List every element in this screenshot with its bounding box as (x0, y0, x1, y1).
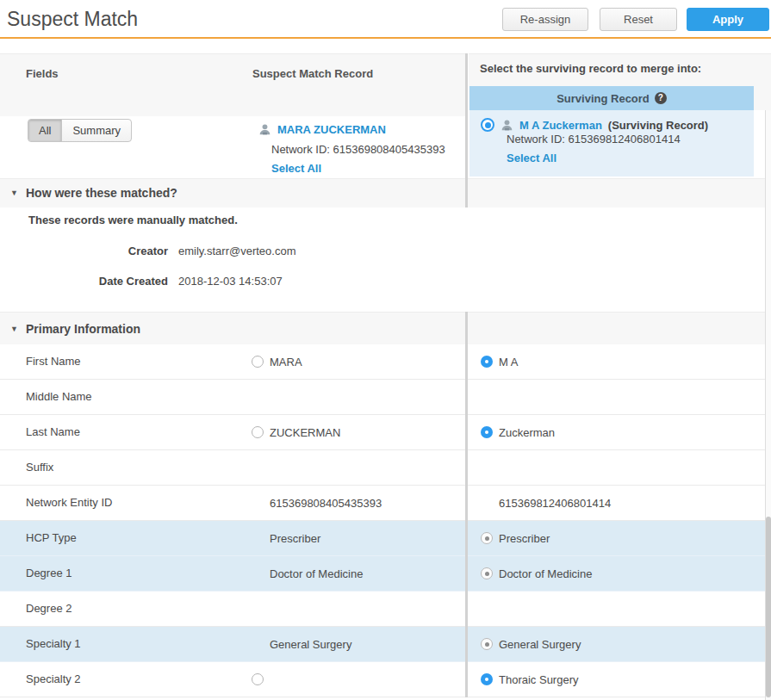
date-created-value: 2018-12-03 14:53:07 (178, 275, 283, 288)
column-divider (465, 53, 468, 208)
row-suspect-value: MARA (270, 356, 302, 369)
person-icon (501, 119, 513, 132)
table-row: Suffix (0, 450, 766, 486)
select-instruction: Select the surviving record to merge int… (480, 62, 701, 75)
table-row: Degree 2 (0, 592, 766, 627)
creator-value: emily.starr@verteo.com (178, 245, 295, 257)
row-surviving-radio[interactable] (481, 426, 493, 438)
row-surviving-cell: Zuckerman (481, 415, 555, 449)
row-suspect-value: Prescriber (270, 532, 320, 545)
row-surviving-radio[interactable] (481, 673, 493, 685)
table-row: First Name MARA M A (0, 344, 766, 380)
table-row: Degree 1 Doctor of Medicine Doctor of Me… (0, 556, 766, 592)
toggle-all[interactable]: All (28, 120, 62, 141)
suspect-column-header: Suspect Match Record (252, 67, 373, 80)
page-title: Suspect Match (7, 8, 138, 31)
row-suspect-cell (252, 380, 270, 414)
row-suspect-cell (252, 592, 270, 626)
table-row: Specialty 2 Thoraic Surgery (0, 662, 766, 697)
row-suspect-radio[interactable] (252, 673, 264, 685)
row-label: Specialty 2 (26, 662, 81, 697)
row-label: Degree 2 (26, 592, 72, 626)
row-suspect-cell (252, 450, 270, 485)
row-suspect-value: 615369808405435393 (270, 497, 382, 510)
match-message: These records were manually matched. (28, 214, 238, 226)
row-surviving-radio[interactable] (481, 567, 493, 579)
suspect-record-name[interactable]: MARA ZUCKERMAN (277, 123, 386, 136)
row-label: First Name (26, 344, 81, 379)
row-suspect-radio[interactable] (252, 426, 264, 438)
suspect-record-summary: MARA ZUCKERMAN Network ID: 6153698084054… (258, 121, 445, 175)
row-surviving-radio[interactable] (481, 532, 493, 544)
row-suspect-value: Doctor of Medicine (270, 567, 363, 580)
surviving-record-radio[interactable] (481, 118, 494, 132)
section-how-matched[interactable]: ▼ How were these matched? (0, 178, 771, 208)
row-suspect-cell: ZUCKERMAN (252, 415, 340, 449)
fields-header-band (0, 53, 466, 116)
table-row: Specialty 1 General Surgery General Surg… (0, 627, 766, 662)
creator-label: Creator (26, 245, 168, 257)
section-primary-information[interactable]: ▼ Primary Information (0, 312, 771, 344)
row-surviving-cell: 615369812406801414 (481, 486, 611, 520)
surviving-record-panel: M A Zuckerman (Surviving Record) Network… (469, 110, 754, 177)
surviving-record-band: Surviving Record ? (469, 86, 754, 110)
row-label: Last Name (26, 415, 80, 449)
toggle-summary[interactable]: Summary (62, 120, 131, 141)
triangle-down-icon: ▼ (10, 179, 18, 208)
surviving-record-tag: (Surviving Record) (608, 119, 708, 132)
suspect-select-all-link[interactable]: Select All (258, 162, 445, 175)
row-surviving-cell: Doctor of Medicine (481, 556, 592, 591)
row-label: Specialty 1 (26, 627, 81, 661)
row-surviving-value: Zuckerman (499, 426, 555, 439)
row-surviving-cell (481, 450, 499, 485)
table-row: Network Entity ID 615369808405435393 615… (0, 486, 766, 521)
scrollbar-thumb[interactable] (766, 517, 771, 697)
row-label: Degree 1 (26, 556, 72, 591)
row-suspect-cell: Doctor of Medicine (252, 556, 363, 591)
row-surviving-value: M A (499, 356, 518, 369)
row-suspect-cell: General Surgery (252, 627, 351, 661)
column-divider (465, 312, 468, 697)
table-row: HCP Type Prescriber Prescriber (0, 521, 766, 556)
table-row: Last Name ZUCKERMAN Zuckerman (0, 415, 766, 450)
surviving-record-name[interactable]: M A Zuckerman (519, 119, 602, 132)
row-label: Network Entity ID (26, 486, 112, 520)
row-suspect-cell: Prescriber (252, 521, 320, 555)
person-icon (258, 123, 271, 136)
accent-divider (0, 37, 771, 39)
row-surviving-cell: General Surgery (481, 627, 581, 661)
row-suspect-cell: 615369808405435393 (252, 486, 382, 520)
date-created-label: Date Created (26, 275, 168, 288)
triangle-down-icon: ▼ (10, 313, 18, 345)
row-surviving-value: Prescriber (499, 532, 550, 545)
row-surviving-cell (481, 592, 499, 626)
row-surviving-cell: Thoraic Surgery (481, 662, 578, 697)
row-surviving-value: Thoraic Surgery (499, 673, 578, 686)
surviving-column-header: Surviving Record (556, 92, 650, 105)
apply-button[interactable]: Apply (687, 8, 769, 31)
surviving-select-all-link[interactable]: Select All (469, 152, 754, 164)
fields-column-header: Fields (26, 67, 59, 80)
row-surviving-cell: M A (481, 344, 518, 379)
reassign-button[interactable]: Re-assign (502, 8, 588, 31)
row-label: Suffix (26, 450, 53, 485)
row-suspect-value: General Surgery (270, 638, 351, 651)
row-surviving-value: 615369812406801414 (499, 497, 611, 510)
suspect-network-id: Network ID: 615369808405435393 (258, 143, 445, 156)
row-surviving-cell: Prescriber (481, 521, 550, 555)
section-title: Primary Information (26, 313, 140, 345)
row-surviving-radio[interactable] (481, 638, 493, 650)
suspect-match-page: Suspect Match Re-assign Reset Apply Fiel… (0, 0, 771, 700)
field-comparison-table: First Name MARA M A Middle Name Last Nam… (0, 344, 766, 697)
row-surviving-value: Doctor of Medicine (499, 567, 592, 580)
help-icon[interactable]: ? (655, 92, 667, 104)
table-row: Middle Name (0, 380, 766, 415)
section-title: How were these matched? (26, 179, 177, 208)
row-suspect-radio[interactable] (252, 356, 264, 368)
row-suspect-cell: MARA (252, 344, 302, 379)
row-surviving-radio[interactable] (481, 356, 493, 368)
reset-button[interactable]: Reset (600, 8, 677, 31)
row-label: HCP Type (26, 521, 77, 555)
row-surviving-cell (481, 380, 499, 414)
row-suspect-value: ZUCKERMAN (270, 426, 340, 439)
